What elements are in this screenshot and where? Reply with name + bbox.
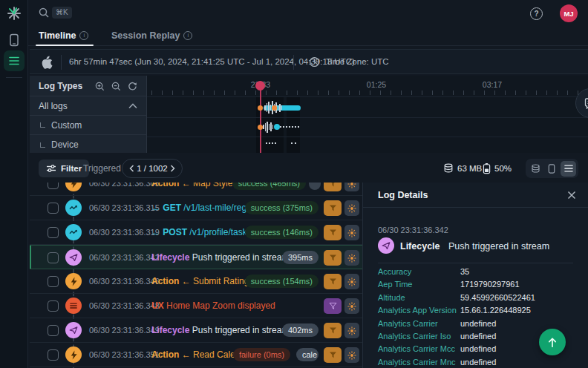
timezone-label: Time Zone: UTC [326,57,389,66]
row-filter-button[interactable] [324,347,342,363]
row-checkbox[interactable] [48,252,59,263]
row-impact-button[interactable] [344,347,359,363]
tab-timeline[interactable]: Timeline i [39,25,88,45]
log-types-panel: Log Types All logs Custom [30,76,147,153]
log-row[interactable]: 06/30 23:31:36.348 UX Home Map Zoom disp… [30,294,362,318]
row-checkbox[interactable] [48,203,59,214]
chevron-right-icon[interactable] [170,165,175,172]
log-type-all-label: All logs [39,101,68,111]
brand-logo-icon[interactable] [5,4,23,22]
log-types-header: Log Types [30,76,146,96]
zoom-out-button[interactable] [110,80,122,93]
reset-zoom-button[interactable] [126,80,139,93]
field-key: Accuracy [378,267,411,276]
log-type-row-custom[interactable]: Custom [30,116,146,135]
detail-field: Accuracy 35 [363,267,588,280]
main-area: ⌘K ? MJ Timeline i Session Replay i [28,0,588,368]
playhead-handle[interactable] [255,81,265,91]
event-marker-orange[interactable] [258,125,263,130]
row-filter-button[interactable] [324,274,342,289]
row-impact-button[interactable] [344,183,359,191]
view-toggle-list-active[interactable] [561,161,576,177]
timeline-lanes[interactable]: 23:33 01:25 03:17 [147,76,588,153]
log-row[interactable]: 06/30 23:31:36.349 Lifecycle Push trigge… [30,318,362,343]
row-filter-button[interactable] [324,323,342,338]
detail-event-type: Lifecycle [400,241,440,252]
field-value: 1719790297961 [460,280,520,289]
search-input[interactable] [38,7,50,22]
close-button[interactable] [566,189,578,201]
field-key: Analytics Carrier [378,319,438,328]
row-impact-button[interactable] [344,200,359,216]
playhead-line[interactable] [260,82,261,153]
field-key: Analytics Carrier Mcc [378,344,455,353]
scroll-to-top-button[interactable] [539,329,566,355]
log-row[interactable]: 06/30 23:31:36.319 ← POST /v1/profile/ta… [30,220,362,245]
log-type-row-device[interactable]: Device [30,135,146,154]
row-impact-button[interactable] [344,225,359,240]
log-row[interactable]: 06/30 23:31:36.315 ← GET /v1/last-mile/r… [30,196,362,220]
log-timestamp: 06/30 23:31:36.342 [89,253,160,262]
event-marker-orange[interactable] [258,105,263,111]
info-icon[interactable]: i [79,31,88,40]
chevron-up-icon[interactable] [128,103,137,109]
row-impact-button[interactable] [344,323,359,338]
log-row-selected[interactable]: 06/30 23:31:36.342 Lifecycle Push trigge… [30,245,362,269]
row-impact-button[interactable] [344,298,359,314]
apple-platform-icon [39,55,53,73]
starburst-icon [6,5,22,22]
row-filter-button[interactable] [324,200,342,216]
clock-icon [309,56,320,70]
avatar[interactable]: MJ [560,4,578,22]
tree-corner-icon [40,122,45,128]
row-filter-button[interactable] [324,225,342,240]
action-event-icon [65,346,82,363]
detail-timestamp: 06/30 23:31:36.342 [378,226,448,234]
log-timestamp: 06/30 23:31:36.305 [89,183,160,188]
row-impact-button[interactable] [344,274,359,289]
detail-field: Analytics App Version 15.66.1.226448925 [363,306,588,318]
field-key: Analytics App Version [378,306,457,315]
log-type-row-all[interactable]: All logs [30,96,146,116]
log-row[interactable]: 06/30 23:31:36.351 Action ← Read Calenda… [30,343,362,367]
sidebar-item-device[interactable] [5,31,23,49]
row-checkbox[interactable] [48,349,59,361]
tab-session-replay[interactable]: Session Replay i [111,25,192,45]
row-filter-button[interactable] [324,183,342,191]
duration-badge: 402ms [282,323,318,337]
sidebar-item-logs-active[interactable] [4,50,24,71]
row-checkbox[interactable] [48,183,59,189]
zoom-in-button[interactable] [94,80,106,93]
field-value: undefined [460,358,496,367]
status-badge: success (375ms) [245,201,318,214]
log-row[interactable]: 06/30 23:31:36.346 Action ← Submit Ratin… [30,269,362,294]
battery-icon [483,162,491,174]
help-button[interactable]: ? [530,7,543,20]
chevron-left-icon[interactable] [129,165,134,172]
log-timestamp: 06/30 23:31:36.351 [89,350,160,359]
filter-button-label: Filter [61,164,82,173]
row-filter-button[interactable] [324,298,342,314]
search-icon [38,7,50,19]
event-marker-cyan[interactable] [274,124,280,130]
filter-bar: Filter Triggered 1 / 1002 63 MB [30,154,588,183]
row-checkbox[interactable] [48,300,59,312]
event-marker-orange[interactable] [272,105,277,111]
row-checkbox[interactable] [48,276,59,287]
log-row[interactable]: 06/30 23:31:36.305 Action ← Map Style Lo… [30,183,362,196]
log-timestamp: 06/30 23:31:36.349 [89,326,160,335]
log-timestamp: 06/30 23:31:36.348 [89,301,160,310]
row-checkbox[interactable] [48,325,59,336]
info-icon[interactable]: i [183,31,192,40]
view-toggle-device[interactable] [544,161,560,177]
row-checkbox[interactable] [48,227,59,238]
page-indicator: 1 / 1002 [137,164,168,173]
chat-bubble-icon [584,97,588,109]
filter-button[interactable]: Filter [39,160,89,177]
network-event-icon [65,224,82,240]
field-value: undefined [460,332,496,341]
ux-event-icon [65,298,82,314]
row-impact-button[interactable] [344,250,359,266]
row-filter-button[interactable] [324,250,342,266]
view-toggle-data[interactable] [528,161,543,177]
